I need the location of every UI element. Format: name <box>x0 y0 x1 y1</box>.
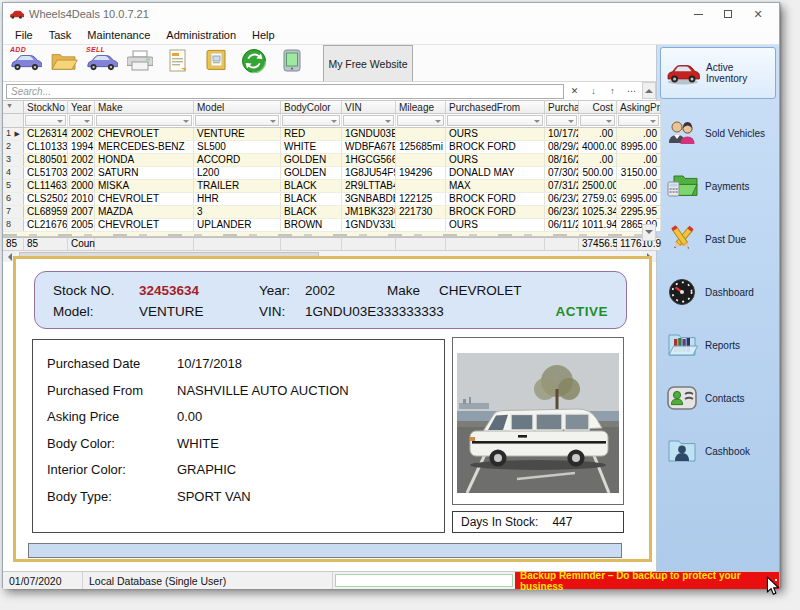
filter-combo-make[interactable] <box>95 114 194 128</box>
column-header-mileage[interactable]: Mileage <box>396 100 446 114</box>
cell-stockno[interactable]: CL114631 <box>24 180 68 192</box>
cell-year[interactable]: 2000 <box>68 180 95 192</box>
search-next-button[interactable]: ↓ <box>585 84 602 99</box>
cell-bodycolor[interactable]: GOLDEN <box>281 154 342 166</box>
cell-mileage[interactable]: 221730 <box>396 206 446 218</box>
cell-model[interactable]: L200 <box>194 167 281 179</box>
menu-file[interactable]: File <box>7 27 41 43</box>
cell-askingprice[interactable]: .00 <box>617 154 661 166</box>
cell-purchasedate[interactable]: 07/31/2 <box>545 180 579 192</box>
cell-cost[interactable]: 2500.00 <box>579 180 617 192</box>
cell-num[interactable]: 3 <box>3 154 24 166</box>
close-button[interactable]: ✕ <box>743 5 773 23</box>
filter-icon[interactable]: ▼ <box>3 100 24 114</box>
table-row[interactable]: 1▶CL2631462002CHEVROLETVENTURERED1GNDU03… <box>3 128 656 141</box>
sync-button[interactable] <box>235 45 273 81</box>
filter-combo-purchasedate[interactable] <box>545 114 579 128</box>
backup-reminder-alert[interactable]: Backup Reminder – Do backup to protect y… <box>515 572 779 589</box>
column-header-cost[interactable]: Cost <box>579 100 617 114</box>
cell-make[interactable]: CHEVROLET <box>95 219 194 231</box>
cell-cost[interactable]: .00 <box>579 128 617 140</box>
cell-stockno[interactable]: CL517039 <box>24 167 68 179</box>
cell-purchasedate[interactable]: 06/11/2 <box>545 219 579 231</box>
search-more-button[interactable]: ⋯ <box>623 84 640 99</box>
cell-purchasedate[interactable]: 08/29/2 <box>545 141 579 153</box>
print-book-button[interactable] <box>197 45 235 81</box>
column-header-model[interactable]: Model <box>194 100 281 114</box>
cell-askingprice[interactable]: 6995.00 <box>617 193 661 205</box>
cell-vin[interactable]: 3GNBABDB1AS <box>342 193 396 205</box>
cell-num[interactable]: 6 <box>3 193 24 205</box>
cell-bodycolor[interactable]: BLACK <box>281 193 342 205</box>
cell-cost[interactable]: .00 <box>579 154 617 166</box>
cell-stockno[interactable]: CLS25020 <box>24 193 68 205</box>
cell-mileage[interactable] <box>396 154 446 166</box>
cell-year[interactable]: 2010 <box>68 193 95 205</box>
menu-maintenance[interactable]: Maintenance <box>79 27 158 43</box>
cell-bodycolor[interactable]: WHITE <box>281 141 342 153</box>
cell-askingprice[interactable]: .00 <box>617 180 661 192</box>
maximize-button[interactable] <box>713 5 743 23</box>
cell-cost[interactable]: 1011.94 <box>579 219 617 231</box>
cell-year[interactable]: 2002 <box>68 167 95 179</box>
cell-askingprice[interactable]: .00 <box>617 128 661 140</box>
cell-purchasedate[interactable]: 06/23/2 <box>545 206 579 218</box>
cell-cost[interactable]: 1025.34 <box>579 206 617 218</box>
cell-num[interactable]: 7 <box>3 206 24 218</box>
cell-askingprice[interactable]: 2295.95 <box>617 206 661 218</box>
filter-combo-askingprice[interactable] <box>617 114 661 128</box>
scroll-down-button[interactable] <box>642 224 656 241</box>
cell-vin[interactable]: 1GNDU03E32D <box>342 128 396 140</box>
table-row[interactable]: 4CL5170392002SATURNL200GOLDEN1G8JU54F92Y… <box>3 167 656 180</box>
filter-combo-model[interactable] <box>194 114 281 128</box>
filter-combo-purchasedfrom[interactable] <box>446 114 545 128</box>
cell-purchasedfrom[interactable]: OURS <box>446 128 545 140</box>
filter-combo-vin[interactable] <box>342 114 396 128</box>
menu-help[interactable]: Help <box>244 27 283 43</box>
cell-bodycolor[interactable]: BLACK <box>281 206 342 218</box>
cell-stockno[interactable]: CL101336 <box>24 141 68 153</box>
cell-make[interactable]: MERCEDES-BENZ <box>95 141 194 153</box>
cell-num[interactable]: 2 <box>3 141 24 153</box>
cell-purchasedfrom[interactable]: OURS <box>446 219 545 231</box>
my-free-website-button[interactable]: My Free Website <box>323 45 413 81</box>
mobile-button[interactable] <box>273 45 311 81</box>
cell-model[interactable]: HHR <box>194 193 281 205</box>
cell-mileage[interactable]: 194296 <box>396 167 446 179</box>
cell-purchasedate[interactable]: 06/23/2 <box>545 193 579 205</box>
sidebar-item-active-inventory[interactable]: Active Inventory <box>660 47 776 99</box>
minimize-button[interactable] <box>683 5 713 23</box>
table-row[interactable]: 6CLS250202010CHEVROLETHHRBLACK3GNBABDB1A… <box>3 193 656 206</box>
cell-purchasedfrom[interactable]: OURS <box>446 154 545 166</box>
scroll-up-button[interactable] <box>642 82 656 99</box>
cell-stockno[interactable]: CL689599 <box>24 206 68 218</box>
cell-purchasedfrom[interactable]: BROCK FORD <box>446 193 545 205</box>
cell-bodycolor[interactable]: BLACK <box>281 180 342 192</box>
cell-num[interactable]: 5 <box>3 180 24 192</box>
cell-model[interactable]: ACCORD <box>194 154 281 166</box>
sidebar-item-past-due[interactable]: Past Due <box>660 217 776 261</box>
cell-make[interactable]: MISKA <box>95 180 194 192</box>
filter-combo-bodycolor[interactable] <box>281 114 342 128</box>
cell-purchasedfrom[interactable]: MAX <box>446 180 545 192</box>
add-vehicle-button[interactable]: ADD <box>7 45 45 81</box>
cell-vin[interactable]: WDBFA67E4R <box>342 141 396 153</box>
cell-mileage[interactable] <box>396 180 446 192</box>
filter-combo-year[interactable] <box>68 114 95 128</box>
cell-askingprice[interactable]: 8995.00 <box>617 141 661 153</box>
cell-model[interactable]: SL500 <box>194 141 281 153</box>
cell-year[interactable]: 2007 <box>68 206 95 218</box>
column-header-purchasedfrom[interactable]: PurchasedFrom <box>446 100 545 114</box>
cell-mileage[interactable]: 125685mi <box>396 141 446 153</box>
cell-year[interactable]: 2005 <box>68 219 95 231</box>
cell-year[interactable]: 1994 <box>68 141 95 153</box>
cell-model[interactable]: 3 <box>194 206 281 218</box>
cell-model[interactable]: TRAILER <box>194 180 281 192</box>
cell-year[interactable]: 2002 <box>68 154 95 166</box>
sidebar-item-dashboard[interactable]: Dashboard <box>660 270 776 314</box>
cell-cost[interactable]: 4000.00 <box>579 141 617 153</box>
column-header-bodycolor[interactable]: BodyColor <box>281 100 342 114</box>
cell-purchasedfrom[interactable]: DONALD MAY <box>446 167 545 179</box>
column-header-purchasedate[interactable]: Purchas <box>545 100 579 114</box>
cell-year[interactable]: 2002 <box>68 128 95 140</box>
